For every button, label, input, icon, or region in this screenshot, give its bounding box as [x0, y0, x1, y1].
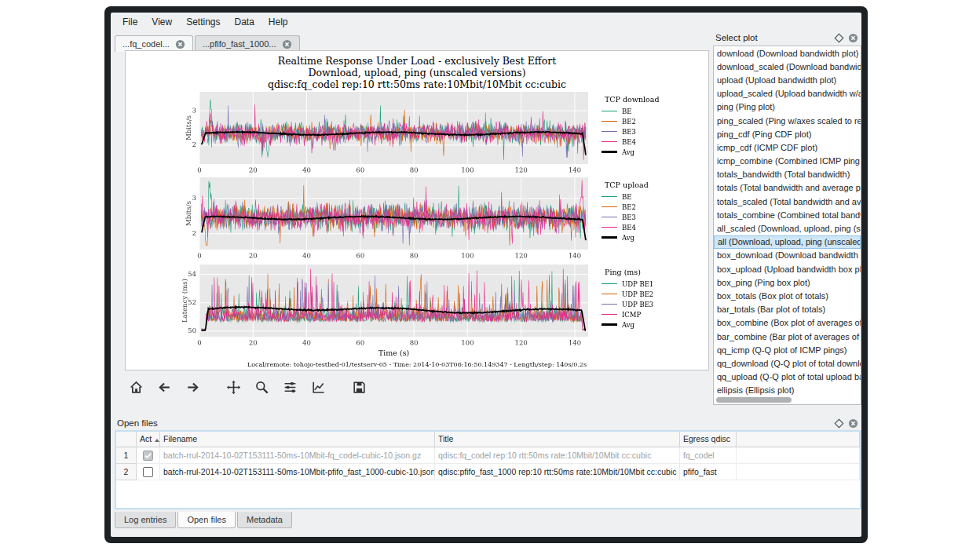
subplots-button[interactable] [279, 378, 302, 400]
open-files-dock-header: Open files [115, 415, 861, 431]
zoom-icon [254, 380, 269, 398]
plot-list-item[interactable]: bar_totals (Bar plot of totals) [714, 303, 861, 316]
zoom-button[interactable] [250, 378, 273, 400]
customize-button[interactable] [307, 378, 330, 400]
plot-list-item[interactable]: upload_scaled (Upload bandwidth w/axes s… [714, 87, 861, 100]
subplots-icon [283, 380, 298, 398]
column-header-title[interactable]: Title [435, 432, 680, 447]
tab-label: ...fq_codel... [122, 39, 170, 49]
mpl-toolbar [125, 375, 371, 402]
bottom-tab-open-files[interactable]: Open files [177, 512, 236, 528]
menu-help[interactable]: Help [261, 14, 295, 30]
dock-float-icon[interactable] [833, 32, 845, 44]
save-icon [352, 380, 367, 398]
plot-list-item[interactable]: ping_scaled (Ping w/axes scaled to remov… [714, 114, 861, 127]
plot-list-item[interactable]: totals_bandwidth (Total bandwidth) [714, 168, 861, 181]
forward-icon [185, 380, 200, 398]
plot-list-item[interactable]: upload (Upload bandwidth plot) [714, 73, 861, 86]
plot-list-item[interactable]: download (Download bandwidth plot) [714, 46, 861, 60]
open-files-dock: Open files ActFilenameTitleEgress qdisc1… [115, 415, 861, 510]
save-button[interactable] [348, 378, 371, 400]
plot-list-item[interactable]: box_ping (Ping box plot) [714, 276, 861, 289]
plot-list-item[interactable]: qq_icmp (Q-Q plot of ICMP pings) [714, 343, 861, 356]
figure-title-line-1: Realtime Response Under Load - exclusive… [126, 55, 708, 67]
home-button[interactable] [125, 378, 148, 400]
figure-footer: Local/remote: tohojo-testbed-01/testserv… [126, 361, 708, 368]
pan-button[interactable] [222, 378, 245, 400]
toolbar-separator [210, 375, 217, 402]
menu-file[interactable]: File [115, 14, 144, 30]
table-corner-header [116, 432, 137, 447]
plot-list-item[interactable]: totals (Total bandwidth and average ping… [714, 181, 861, 195]
column-header-egress-qdisc[interactable]: Egress qdisc [680, 432, 737, 447]
tab-close-icon[interactable] [175, 39, 185, 49]
row-number: 2 [116, 464, 137, 480]
bottom-tab-log-entries[interactable]: Log entries [115, 512, 176, 528]
egress-qdisc-cell: pfifo_fast [680, 464, 737, 480]
column-header-filename[interactable]: Filename [160, 432, 435, 447]
plot-list-item[interactable]: icmp_combine (Combined ICMP ping plot) [714, 155, 861, 168]
column-header-filler [737, 432, 860, 447]
column-header-label: Egress qdisc [683, 434, 730, 443]
plot-list-item[interactable]: box_totals (Box plot of totals) [714, 289, 861, 302]
dock-float-icon[interactable] [833, 418, 845, 429]
select-plot-dock-header: Select plot [713, 30, 861, 46]
filler-cell [737, 464, 860, 480]
filename-cell: batch-rrul-2014-10-02T153111-50ms-10Mbit… [160, 447, 435, 464]
column-header-label: Act [140, 434, 152, 443]
plot-list-item[interactable]: all_scaled (Download, upload, ping (scal… [714, 221, 861, 235]
plot-list-item[interactable]: totals_scaled (Total bandwidth and avera… [714, 195, 861, 208]
back-button[interactable] [153, 378, 176, 400]
plot-list: download (Download bandwidth plot)downlo… [713, 46, 861, 405]
select-plot-dock: Select plot download (Download bandwidth… [713, 30, 861, 422]
plot-tab-2[interactable]: ...pfifo_fast_1000... [195, 35, 300, 52]
tab-close-icon[interactable] [282, 39, 292, 49]
plot-list-item[interactable]: bar_combine (Bar plot of averages of sev… [714, 330, 861, 343]
open-files-table: ActFilenameTitleEgress qdisc1batch-rrul-… [116, 432, 860, 480]
figure-title-line-2: Download, upload, ping (unscaled version… [126, 67, 708, 78]
horizontal-scrollbar[interactable] [716, 397, 792, 403]
active-checkbox-cell [137, 464, 160, 480]
plot-list-item[interactable]: all (Download, upload, ping (unscaled ve… [714, 235, 861, 249]
active-checkbox-cell [137, 447, 160, 464]
plot-list-item[interactable]: icmp_cdf (ICMP CDF plot) [714, 140, 861, 154]
menu-settings[interactable]: Settings [179, 14, 227, 30]
plot-list-item[interactable]: ellipsis (Ellipsis plot) [714, 384, 861, 397]
egress-qdisc-cell: fq_codel [680, 447, 737, 464]
plot-list-item[interactable]: ping_cdf (Ping CDF plot) [714, 127, 861, 140]
plot-list-item[interactable]: download_scaled (Download bandwidth w/ax… [714, 60, 861, 73]
plot-list-item[interactable]: qq_upload (Q-Q plot of total upload band… [714, 370, 861, 384]
select-plot-dock-title: Select plot [715, 33, 831, 42]
home-icon [129, 380, 144, 398]
app-window: FileViewSettingsDataHelp ...fq_codel....… [104, 6, 868, 543]
plot-list-item[interactable]: ping (Ping plot) [714, 100, 861, 114]
bottom-tab-metadata[interactable]: Metadata [237, 512, 292, 528]
forward-button[interactable] [181, 378, 204, 400]
title-cell: qdisc:fq_codel rep:10 rtt:50ms rate:10Mb… [435, 447, 680, 464]
dock-close-icon[interactable] [847, 418, 859, 429]
plot-list-item[interactable]: totals_combine (Combined total bandwidth… [714, 208, 861, 221]
plot-list-item[interactable]: box_upload (Upload bandwidth box plot) [714, 262, 861, 276]
plot-tab-1[interactable]: ...fq_codel... [115, 35, 193, 52]
row-number: 1 [116, 447, 137, 464]
figure-canvas[interactable] [126, 84, 710, 360]
active-checkbox[interactable] [143, 467, 153, 477]
pan-icon [226, 380, 241, 398]
menu-data[interactable]: Data [228, 14, 261, 30]
filler-cell [737, 447, 860, 464]
plot-list-item[interactable]: box_combine (Box plot of averages of sev… [714, 316, 861, 330]
menu-view[interactable]: View [144, 14, 179, 30]
active-checkbox[interactable] [143, 451, 153, 461]
dock-close-icon[interactable] [847, 32, 859, 44]
menubar: FileViewSettingsDataHelp [111, 13, 708, 31]
plot-panel: Realtime Response Under Load - exclusive… [125, 50, 709, 370]
column-header-act[interactable]: Act [137, 432, 160, 447]
bottom-tabbar: Log entriesOpen filesMetadata [115, 512, 292, 528]
column-header-label: Title [438, 434, 453, 443]
plot-list-item[interactable]: qq_download (Q-Q plot of total download … [714, 356, 861, 370]
customize-icon [311, 380, 326, 398]
plot-list-item[interactable]: box_download (Download bandwidth box plo… [714, 249, 861, 262]
sort-ascending-icon [155, 439, 159, 442]
open-files-dock-title: Open files [117, 418, 831, 428]
title-cell: qdisc:pfifo_fast_1000 rep:10 rtt:50ms ra… [435, 464, 680, 480]
